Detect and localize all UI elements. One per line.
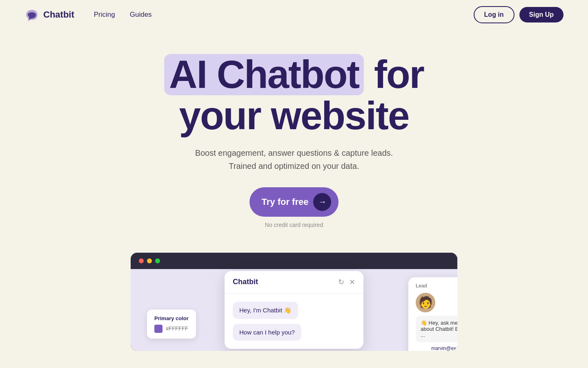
hero-headline: AI Chatbot for your website xyxy=(164,54,424,137)
no-credit-text: No credit card required xyxy=(265,222,323,228)
login-button[interactable]: Log in xyxy=(474,6,514,23)
navbar: Chatbit Pricing Guides Log in Sign Up xyxy=(0,0,588,29)
hero-subtext: Boost engagement, answer questions & cap… xyxy=(188,146,400,173)
logo-icon xyxy=(24,7,39,22)
color-swatch-row: #FFFFFF xyxy=(154,325,189,333)
dot-red xyxy=(139,258,144,263)
signup-button[interactable]: Sign Up xyxy=(519,7,564,22)
chat-bubble-1: Hey, I'm Chatbit 👋 xyxy=(233,302,298,319)
browser-window: Primary color #FFFFFF Chatbit ↻ ✕ Hey, I… xyxy=(131,253,457,351)
headline-for: for xyxy=(374,52,424,96)
headline-line2: your website xyxy=(179,94,409,137)
chat-widget: Chatbit ↻ ✕ Hey, I'm Chatbit 👋 How can I… xyxy=(225,271,363,349)
hero-section: AI Chatbot for your website Boost engage… xyxy=(0,29,588,245)
browser-content: Primary color #FFFFFF Chatbit ↻ ✕ Hey, I… xyxy=(131,269,457,351)
try-free-button[interactable]: Try for free → xyxy=(249,187,339,217)
nav-item-pricing[interactable]: Pricing xyxy=(94,11,115,19)
headline-highlight: AI Chatbot xyxy=(164,54,364,95)
lead-chat-bubble: 👋 Hey, ask me anything about Chatbit! By… xyxy=(416,316,457,342)
lead-avatar: 🧑 xyxy=(416,293,435,312)
color-swatch xyxy=(154,325,163,333)
logo-link[interactable]: Chatbit xyxy=(24,7,74,22)
color-hex: #FFFFFF xyxy=(166,325,188,332)
refresh-icon[interactable]: ↻ xyxy=(338,278,344,287)
lead-badge: Lead xyxy=(416,283,457,289)
chat-bubble-2: How can I help you? xyxy=(233,324,301,341)
nav-left: Chatbit Pricing Guides xyxy=(24,7,152,22)
arrow-icon: → xyxy=(313,193,331,211)
chat-title: Chatbit xyxy=(233,278,258,286)
chat-header: Chatbit ↻ ✕ xyxy=(225,271,363,294)
lead-info: marvin@ex-dot.com (208) 555-0112 xyxy=(416,346,457,351)
dot-yellow xyxy=(147,258,152,263)
hero-cta: Try for free → No credit card required xyxy=(249,187,339,228)
guides-link[interactable]: Guides xyxy=(130,11,152,18)
nav-item-guides[interactable]: Guides xyxy=(130,11,152,19)
try-free-label: Try for free xyxy=(262,197,309,207)
chat-header-icons: ↻ ✕ xyxy=(338,278,355,287)
lead-card: Lead 🧑 👋 Hey, ask me anything about Chat… xyxy=(408,277,457,351)
chat-body: Hey, I'm Chatbit 👋 How can I help you? xyxy=(225,294,363,349)
color-panel: Primary color #FFFFFF xyxy=(147,310,196,339)
pricing-link[interactable]: Pricing xyxy=(94,11,115,18)
nav-right: Log in Sign Up xyxy=(474,6,564,23)
browser-bar xyxy=(131,253,457,269)
nav-links: Pricing Guides xyxy=(94,11,152,19)
lead-email: marvin@ex-dot.com xyxy=(416,346,457,351)
dot-green xyxy=(155,258,160,263)
color-panel-label: Primary color xyxy=(154,315,189,321)
logo-text: Chatbit xyxy=(43,9,74,20)
browser-section: Primary color #FFFFFF Chatbit ↻ ✕ Hey, I… xyxy=(0,253,588,351)
close-icon[interactable]: ✕ xyxy=(349,278,355,287)
